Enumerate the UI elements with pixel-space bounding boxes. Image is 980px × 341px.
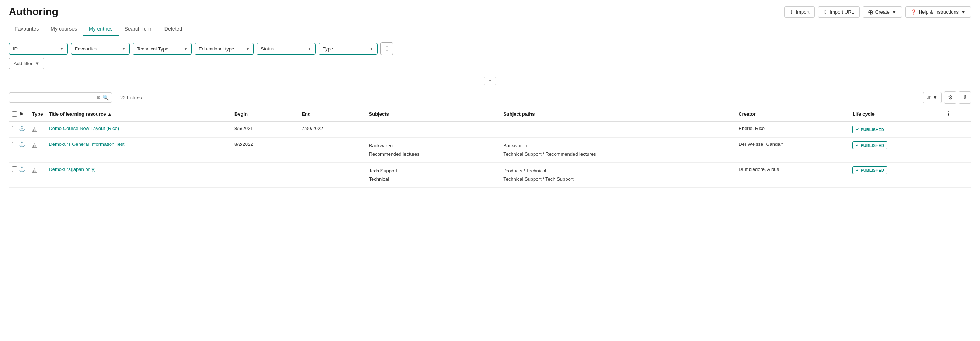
help-chevron-icon: ▼ [961,9,966,15]
row3-lifecycle-cell: ✓ PUBLISHED [850,162,942,187]
row1-end-cell: 7/30/2022 [299,122,366,138]
gear-icon: ⚙ [948,94,953,101]
filter-row: ID ▼ Favourites ▼ Technical Type ▼ Educa… [9,42,971,55]
chevron-up-icon: ^ [489,79,491,83]
row3-type-icon: ◭ [32,167,37,173]
page-title: Authoring [9,6,58,17]
check-icon: ✓ [856,127,859,132]
row3-subjectpaths-cell: Products / Technical Technical Support /… [500,162,735,187]
tab-my-entries[interactable]: My entries [83,22,119,36]
settings-button[interactable]: ⚙ [944,91,956,104]
col-creator-header: Creator [735,107,850,122]
row3-title-link[interactable]: Demokurs(japan only) [49,167,95,172]
entries-count: 23 Entries [120,95,142,100]
more-filters-button[interactable]: ⋮ [380,42,393,55]
row2-title-cell: Demokurs General Information Test [46,138,232,163]
row1-more-button[interactable]: ⋮ [942,122,971,138]
ellipsis-header-icon: ⋮ [945,111,951,117]
tab-search-form[interactable]: Search form [119,22,159,36]
filter-status[interactable]: Status ▼ [257,43,316,54]
help-icon: ❓ [911,9,916,15]
add-filter-button[interactable]: Add filter ▼ [9,58,44,69]
import-url-button[interactable]: ⇧ Import URL [818,6,859,17]
filter-educational-type[interactable]: Educational type ▼ [195,43,254,54]
table-row: ⚓ ◭ Demokurs General Information Test 8/… [9,138,971,163]
search-icon[interactable]: 🔍 [102,95,109,100]
row1-type-cell: ◭ [29,122,46,138]
col-end-header: End [299,107,366,122]
sort-button[interactable]: ⇵ ▼ [923,92,942,103]
row2-type-cell: ◭ [29,138,46,163]
download-button[interactable]: ⇩ [959,91,971,104]
row2-begin-cell: 8/2/2022 [232,138,299,163]
table-header-row: ⚑ Type Title of learning resource ▲ Begi… [9,107,971,122]
col-actions-header: ⋮ [942,107,971,122]
sort-asc-icon: ▲ [107,111,112,117]
row3-subjects-cell: Tech Support Technical [366,162,501,187]
row3-more-button[interactable]: ⋮ [942,162,971,187]
row2-type-icon: ◭ [32,142,37,148]
search-box: ✖ 🔍 [9,92,112,103]
toolbar-row: ✖ 🔍 23 Entries ⇵ ▼ ⚙ ⇩ [0,88,980,107]
row3-creator-cell: Dumbledore, Albus [735,162,850,187]
row1-checkbox-cell: ⚓ [9,122,29,138]
search-input[interactable] [12,95,94,100]
check-icon: ✓ [856,143,859,148]
row3-checkbox[interactable] [12,167,18,172]
tab-my-courses[interactable]: My courses [45,22,83,36]
clear-search-icon[interactable]: ✖ [96,95,100,100]
sort-chevron-icon: ▼ [932,95,938,100]
filter-technical-type[interactable]: Technical Type ▼ [133,43,192,54]
filter-id-chevron-icon: ▼ [60,46,64,51]
row1-checkbox[interactable] [12,126,18,132]
filters-section: ID ▼ Favourites ▼ Technical Type ▼ Educa… [0,36,980,75]
row3-title-cell: Demokurs(japan only) [46,162,232,187]
row1-type-icon: ◭ [32,126,37,132]
create-button[interactable]: ⨁ Create ▼ [863,6,902,17]
filter-id[interactable]: ID ▼ [9,43,68,54]
row2-checkbox-cell: ⚓ [9,138,29,163]
row1-subjectpaths-cell [500,122,735,138]
select-all-header: ⚑ [9,107,29,122]
import-icon: ⇧ [790,9,794,15]
row3-type-cell: ◭ [29,162,46,187]
row1-begin-cell: 8/5/2021 [232,122,299,138]
col-begin-header: Begin [232,107,299,122]
toolbar-right: ⇵ ▼ ⚙ ⇩ [923,91,971,104]
help-button[interactable]: ❓ Help & instructions ▼ [905,6,971,17]
row2-end-cell [299,138,366,163]
col-title-header[interactable]: Title of learning resource ▲ [46,107,232,122]
row1-title-link[interactable]: Demo Course New Layout (Rico) [49,125,119,131]
tab-deleted[interactable]: Deleted [159,22,188,36]
row2-title-link[interactable]: Demokurs General Information Test [49,141,124,147]
col-subjects-header: Subjects [366,107,501,122]
row2-more-button[interactable]: ⋮ [942,138,971,163]
resources-table: ⚑ Type Title of learning resource ▲ Begi… [9,107,971,188]
table-container: ⚑ Type Title of learning resource ▲ Begi… [0,107,980,188]
filter-type[interactable]: Type ▼ [318,43,377,54]
row2-subjects-cell: Backwaren Recommended lectures [366,138,501,163]
page-header: Authoring ⇧ Import ⇧ Import URL ⨁ Create… [0,0,980,22]
row2-subjectpaths-cell: Backwaren Technical Support / Recommende… [500,138,735,163]
check-icon: ✓ [856,168,859,173]
table-row: ⚓ ◭ Demokurs(japan only) Tech Support Te… [9,162,971,187]
create-icon: ⨁ [868,9,873,15]
select-all-checkbox[interactable] [12,111,18,117]
collapse-button[interactable]: ^ [484,76,496,86]
row2-status-badge: ✓ PUBLISHED [853,141,888,149]
row3-bookmark-icon[interactable]: ⚓ [19,167,26,172]
col-type-header: Type [29,107,46,122]
filter-favourites-chevron-icon: ▼ [122,46,126,51]
header-actions: ⇧ Import ⇧ Import URL ⨁ Create ▼ ❓ Help … [784,6,971,17]
filter-educational-type-chevron-icon: ▼ [245,46,250,51]
filter-technical-type-chevron-icon: ▼ [184,46,188,51]
tab-favourites[interactable]: Favourites [9,22,45,36]
row1-subjects-cell [366,122,501,138]
filter-favourites[interactable]: Favourites ▼ [71,43,130,54]
filter-status-chevron-icon: ▼ [307,46,312,51]
row1-bookmark-icon[interactable]: ⚓ [19,125,26,132]
row2-bookmark-icon[interactable]: ⚓ [19,141,26,147]
import-button[interactable]: ⇧ Import [784,6,815,17]
row2-creator-cell: Der Weisse, Gandalf [735,138,850,163]
row2-checkbox[interactable] [12,142,18,147]
